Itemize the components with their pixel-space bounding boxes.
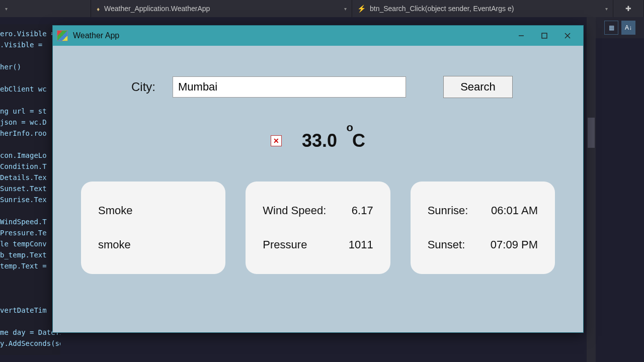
sunrise-label: Sunrise: bbox=[428, 204, 468, 217]
condition-card: Smoke smoke bbox=[81, 182, 225, 274]
temperature-display: 33.0 o C bbox=[302, 130, 365, 151]
sort-az-icon[interactable]: A↓ bbox=[621, 21, 635, 35]
sunset-value: 07:09 PM bbox=[491, 238, 538, 251]
app-icon bbox=[57, 30, 68, 41]
wind-pressure-card: Wind Speed: 6.17 Pressure 1011 bbox=[246, 182, 390, 274]
condition-detail: smoke bbox=[98, 238, 208, 251]
city-label: City: bbox=[131, 80, 155, 94]
wind-value: 6.17 bbox=[352, 204, 373, 217]
wind-label: Wind Speed: bbox=[263, 204, 326, 217]
condition-main: Smoke bbox=[98, 204, 208, 217]
ide-split-button[interactable]: ✚ bbox=[613, 0, 644, 17]
search-button[interactable]: Search bbox=[443, 76, 513, 98]
info-cards: Smoke smoke Wind Speed: 6.17 Pressure 10… bbox=[81, 182, 555, 274]
ide-scrollbar[interactable] bbox=[587, 17, 596, 362]
temperature-unit: C bbox=[352, 130, 365, 151]
city-input[interactable] bbox=[173, 76, 406, 98]
categorize-icon[interactable]: ▦ bbox=[604, 21, 618, 35]
window-title: Weather App bbox=[73, 31, 119, 40]
close-button[interactable] bbox=[556, 26, 579, 46]
ide-code-editor: ero.Visible = true; .Visible = her() ebC… bbox=[0, 24, 60, 355]
ide-method-dropdown[interactable]: ⚡ btn_Search_Click(object sender, EventA… bbox=[352, 0, 613, 17]
ide-method-name: btn_Search_Click(object sender, EventArg… bbox=[370, 5, 514, 13]
ide-scope-dropdown[interactable]: ▾ bbox=[0, 0, 91, 17]
weather-icon-broken: ✕ bbox=[271, 135, 282, 146]
minimize-button[interactable] bbox=[510, 26, 533, 46]
sun-card: Sunrise: 06:01 AM Sunset: 07:09 PM bbox=[411, 182, 555, 274]
maximize-button[interactable] bbox=[533, 26, 556, 46]
degree-symbol: o bbox=[347, 121, 353, 134]
ide-properties-toolbar: ▦ A↓ bbox=[596, 17, 644, 38]
ide-class-dropdown[interactable]: ⬧ Weather_Application.WeatherApp ▾ bbox=[91, 0, 352, 17]
ide-scrollbar-thumb[interactable] bbox=[588, 118, 595, 148]
sunset-label: Sunset: bbox=[428, 238, 465, 251]
window-titlebar[interactable]: Weather App bbox=[53, 26, 583, 46]
search-row: City: Search bbox=[131, 76, 555, 98]
temperature-value: 33.0 bbox=[302, 130, 337, 151]
sunrise-value: 06:01 AM bbox=[491, 204, 538, 217]
ide-class-name: Weather_Application.WeatherApp bbox=[104, 5, 210, 13]
svg-rect-1 bbox=[542, 33, 547, 38]
weather-app-window: Weather App City: Search ✕ 33.0 o C Smok… bbox=[52, 25, 584, 333]
pressure-label: Pressure bbox=[263, 238, 307, 251]
pressure-value: 1011 bbox=[349, 238, 373, 251]
ide-breadcrumb-bar: ▾ ⬧ Weather_Application.WeatherApp ▾ ⚡ b… bbox=[0, 0, 644, 17]
temperature-row: ✕ 33.0 o C bbox=[81, 130, 555, 151]
